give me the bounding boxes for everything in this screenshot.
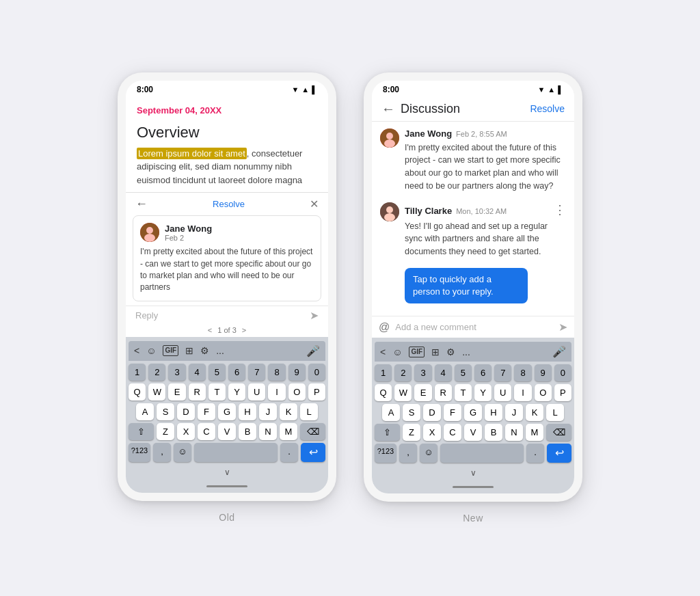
key-i-new[interactable]: I	[514, 384, 531, 401]
key-3-old[interactable]: 3	[168, 364, 185, 381]
key-c-old[interactable]: C	[198, 423, 215, 440]
tooltip-bubble[interactable]: Tap to quickly add a person to your repl…	[405, 268, 528, 303]
key-v-old[interactable]: V	[218, 423, 236, 440]
kb-more-old[interactable]: ...	[216, 345, 224, 356]
kb-emoji-old[interactable]: ☺	[146, 345, 156, 356]
kb-mic-new[interactable]: 🎤	[552, 345, 566, 358]
key-num-old[interactable]: ?123	[129, 443, 150, 462]
key-enter-old[interactable]: ↩	[301, 443, 325, 462]
key-8-old[interactable]: 8	[268, 364, 285, 381]
kb-back-old[interactable]: <	[134, 345, 139, 356]
key-q-new[interactable]: Q	[375, 384, 392, 401]
key-t-old[interactable]: T	[208, 383, 226, 401]
key-j-new[interactable]: J	[505, 404, 523, 421]
key-1-new[interactable]: 1	[375, 364, 392, 381]
kb-clipboard-old[interactable]: ⊞	[185, 345, 193, 356]
key-r-old[interactable]: R	[189, 383, 206, 401]
key-0-old[interactable]: 0	[308, 364, 325, 381]
key-q-old[interactable]: Q	[129, 383, 146, 401]
key-l-old[interactable]: L	[300, 403, 318, 420]
key-w-old[interactable]: W	[148, 383, 165, 401]
key-3-new[interactable]: 3	[414, 364, 431, 381]
key-c-new[interactable]: C	[444, 424, 461, 441]
kb-back-new[interactable]: <	[380, 347, 386, 357]
key-9-new[interactable]: 9	[535, 364, 552, 381]
back-arrow-old[interactable]: ←	[135, 197, 148, 211]
key-comma-old[interactable]: ,	[153, 443, 171, 462]
key-num-new[interactable]: ?123	[375, 444, 396, 463]
key-backspace-old[interactable]: ⌫	[300, 423, 325, 440]
key-7-new[interactable]: 7	[494, 364, 511, 381]
key-w-new[interactable]: W	[394, 384, 412, 401]
key-backspace-new[interactable]: ⌫	[546, 424, 571, 441]
key-z-new[interactable]: Z	[403, 424, 420, 441]
key-y-new[interactable]: Y	[474, 384, 492, 401]
key-k-new[interactable]: K	[526, 404, 543, 421]
key-shift-new[interactable]: ⇧	[375, 424, 400, 441]
chevron-down-new[interactable]: ∨	[470, 468, 476, 478]
key-period-new[interactable]: .	[526, 444, 544, 463]
key-space-old[interactable]	[194, 443, 278, 462]
prev-nav[interactable]: <	[208, 326, 212, 334]
key-a-new[interactable]: A	[382, 404, 400, 421]
key-p-old[interactable]: P	[308, 383, 325, 401]
key-period-old[interactable]: .	[280, 443, 298, 462]
key-r-new[interactable]: R	[435, 384, 452, 401]
kb-settings-old[interactable]: ⚙	[200, 345, 209, 356]
key-s-new[interactable]: S	[403, 404, 420, 421]
key-x-new[interactable]: X	[423, 424, 441, 441]
key-z-old[interactable]: Z	[157, 423, 174, 440]
at-icon[interactable]: @	[379, 321, 390, 334]
key-o-old[interactable]: O	[288, 383, 306, 401]
key-l-new[interactable]: L	[546, 404, 564, 421]
key-g-new[interactable]: G	[464, 404, 482, 421]
key-comma-new[interactable]: ,	[399, 444, 417, 463]
key-s-old[interactable]: S	[157, 403, 174, 420]
key-g-old[interactable]: G	[218, 403, 236, 420]
key-1-old[interactable]: 1	[129, 364, 146, 381]
reply-input-row[interactable]: @ Add a new comment ➤	[372, 316, 574, 338]
kb-settings-new[interactable]: ⚙	[446, 347, 455, 357]
resolve-button-new[interactable]: Resolve	[530, 103, 565, 114]
key-o-new[interactable]: O	[535, 384, 552, 401]
key-9-old[interactable]: 9	[288, 364, 306, 381]
key-m-old[interactable]: M	[280, 423, 297, 440]
kb-emoji-new[interactable]: ☺	[392, 347, 402, 357]
key-2-old[interactable]: 2	[148, 364, 165, 381]
key-d-old[interactable]: D	[177, 403, 195, 420]
key-0-new[interactable]: 0	[554, 364, 571, 381]
key-6-old[interactable]: 6	[228, 364, 245, 381]
key-5-old[interactable]: 5	[208, 364, 226, 381]
key-k-old[interactable]: K	[280, 403, 297, 420]
close-button-old[interactable]: ✕	[310, 198, 319, 211]
options-icon-tilly[interactable]: ⋮	[554, 202, 566, 217]
kb-clipboard-new[interactable]: ⊞	[431, 347, 440, 357]
kb-mic-old[interactable]: 🎤	[306, 344, 320, 357]
reply-input-new[interactable]: Add a new comment	[395, 322, 553, 332]
key-h-old[interactable]: H	[239, 403, 256, 420]
key-2-new[interactable]: 2	[394, 364, 412, 381]
key-space-new[interactable]	[440, 444, 524, 463]
key-emoji2-new[interactable]: ☺	[420, 444, 438, 463]
reply-row-old[interactable]: Reply ➤	[126, 306, 328, 325]
back-button-new[interactable]: ←	[381, 101, 395, 117]
key-8-new[interactable]: 8	[514, 364, 531, 381]
key-a-old[interactable]: A	[136, 403, 154, 420]
key-5-new[interactable]: 5	[455, 364, 472, 381]
next-nav[interactable]: >	[242, 326, 246, 334]
key-v-new[interactable]: V	[464, 424, 482, 441]
keyboard-new[interactable]: < ☺ GIF ⊞ ⚙ ... 🎤 1 2 3 4 5 6	[372, 338, 574, 493]
kb-more-new[interactable]: ...	[462, 347, 470, 357]
key-x-old[interactable]: X	[177, 423, 195, 440]
key-y-old[interactable]: Y	[228, 383, 245, 401]
key-f-new[interactable]: F	[444, 404, 461, 421]
key-f-old[interactable]: F	[198, 403, 215, 420]
key-6-new[interactable]: 6	[474, 364, 492, 381]
key-u-old[interactable]: U	[248, 383, 265, 401]
key-u-new[interactable]: U	[494, 384, 511, 401]
key-enter-new[interactable]: ↩	[547, 444, 571, 463]
key-n-old[interactable]: N	[259, 423, 277, 440]
key-emoji2-old[interactable]: ☺	[174, 443, 191, 462]
chevron-down-old[interactable]: ∨	[224, 468, 230, 477]
key-m-new[interactable]: M	[526, 424, 543, 441]
